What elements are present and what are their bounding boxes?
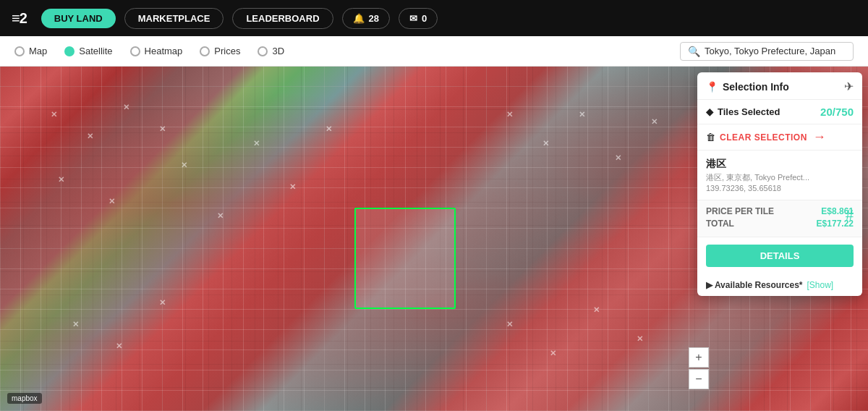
map-option-prices[interactable]: Prices — [200, 46, 240, 56]
panel-title-label: Selection Info — [723, 81, 789, 93]
xmark: ✕ — [109, 197, 115, 206]
map-option-map-label: Map — [29, 46, 47, 56]
xmark: ✕ — [72, 320, 79, 329]
marketplace-button[interactable]: MARKETPLACE — [124, 8, 224, 29]
search-icon: 🔍 — [688, 46, 700, 57]
location-name: 港区 — [706, 158, 854, 171]
resources-label: ▶ Available Resources* — [706, 280, 803, 290]
messages-button[interactable]: ✉ 0 — [399, 8, 438, 29]
tiles-selected-label: ◆ Tiles Selected — [706, 106, 780, 117]
xmark: ✕ — [58, 175, 64, 185]
layers-icon: ◆ — [706, 106, 713, 117]
xmark: ✕ — [593, 305, 600, 315]
radio-map — [14, 46, 25, 56]
clear-selection-row[interactable]: 🗑 CLEAR SELECTION → — [697, 124, 862, 151]
total-label: TOTAL — [706, 219, 734, 229]
xmark: ✕ — [51, 110, 57, 119]
total-row: TOTAL E$177.22 — [706, 219, 854, 229]
map-option-3d[interactable]: 3D — [258, 46, 284, 56]
zoom-in-button[interactable]: + — [689, 347, 709, 368]
map-controls: + − — [689, 347, 709, 389]
xmark: ✕ — [579, 110, 585, 119]
close-icon[interactable]: ✈ — [844, 80, 854, 93]
tiles-selected-text: Tiles Selected — [718, 106, 780, 117]
tiles-count-value: 20/750 — [820, 106, 854, 118]
price-per-tile-label: PRICE PER TILE — [706, 206, 774, 216]
xmark: ✕ — [289, 182, 296, 192]
xmark: ✕ — [506, 110, 513, 119]
search-box[interactable]: 🔍 Tokyo, Tokyo Prefecture, Japan — [680, 42, 854, 61]
map-option-heatmap-label: Heatmap — [145, 46, 183, 56]
location-card: 港区 港区, 東京都, Tokyo Prefect... 139.73236, … — [697, 151, 862, 200]
map-option-heatmap[interactable]: Heatmap — [130, 46, 183, 56]
xmark: ✕ — [217, 211, 224, 221]
leaderboard-button[interactable]: LEADERBOARD — [232, 8, 333, 29]
map-toolbar: Map Satellite Heatmap Prices 3D 🔍 Tokyo,… — [0, 36, 868, 67]
bell-icon: 🔔 — [353, 13, 365, 24]
xmark: ✕ — [253, 139, 260, 148]
xmark: ✕ — [87, 132, 93, 141]
panel-title: 📍 Selection Info — [706, 81, 789, 93]
app-logo: ≡2 — [12, 10, 27, 27]
selection-panel: 📍 Selection Info ✈ ◆ Tiles Selected 20/7… — [697, 72, 862, 296]
xmark: ✕ — [615, 153, 621, 163]
clear-selection-label: CLEAR SELECTION — [720, 132, 807, 143]
map-option-map[interactable]: Map — [14, 46, 47, 56]
xmark: ✕ — [159, 298, 166, 308]
arrow-right-icon: → — [813, 130, 826, 145]
xmark: ✕ — [181, 161, 187, 170]
map-area[interactable]: ✕ ✕ ✕ ✕ ✕ ✕ ✕ ✕ ✕ ✕ ✕ ✕ ✕ ✕ ✕ ✕ ✕ ✕ ✕ ✕ … — [0, 67, 868, 411]
xmark: ✕ — [651, 117, 658, 127]
trash-icon: 🗑 — [706, 132, 715, 143]
mapbox-logo: mapbox — [7, 393, 42, 404]
message-count: 0 — [422, 13, 427, 24]
map-option-3d-label: 3D — [272, 46, 284, 56]
radio-heatmap — [130, 46, 140, 56]
details-button[interactable]: DETAILS — [706, 245, 854, 267]
xmark: ✕ — [123, 103, 129, 112]
xmark: ✕ — [159, 124, 166, 134]
location-sub: 港区, 東京都, Tokyo Prefect... — [706, 172, 854, 183]
xmark: ✕ — [326, 124, 332, 134]
xmark: ✕ — [116, 342, 122, 351]
buy-land-button[interactable]: BUY LAND — [41, 9, 116, 28]
notification-count: 28 — [369, 13, 379, 24]
map-option-satellite[interactable]: Satellite — [64, 46, 112, 56]
notifications-button[interactable]: 🔔 28 — [342, 8, 390, 29]
selection-rectangle — [354, 208, 456, 309]
xmark: ✕ — [550, 349, 556, 358]
price-per-tile-row: PRICE PER TILE E$8.861 — [706, 206, 854, 216]
radio-3d — [258, 46, 268, 56]
tiles-selected-row: ◆ Tiles Selected 20/750 — [697, 100, 862, 124]
search-value: Tokyo, Tokyo Prefecture, Japan — [705, 46, 835, 56]
resources-show-link[interactable]: [Show] — [807, 280, 834, 290]
zoom-out-button[interactable]: − — [689, 369, 709, 389]
location-coords: 139.73236, 35.65618 — [706, 184, 854, 192]
map-option-satellite-label: Satellite — [79, 46, 112, 56]
xmark: ✕ — [637, 334, 643, 344]
top-navigation: ≡2 BUY LAND MARKETPLACE LEADERBOARD 🔔 28… — [0, 0, 868, 36]
radio-satellite — [64, 46, 75, 56]
xmark: ✕ — [542, 139, 549, 148]
xmark: ✕ — [506, 320, 513, 329]
map-option-prices-label: Prices — [214, 46, 240, 56]
hash-icon: # — [846, 207, 854, 224]
radio-prices — [200, 46, 210, 56]
resources-row[interactable]: ▶ Available Resources* [Show] — [697, 274, 862, 296]
pin-icon: 📍 — [706, 81, 718, 93]
mail-icon: ✉ — [409, 13, 417, 24]
price-section: PRICE PER TILE E$8.861 TOTAL E$177.22 — [697, 200, 862, 237]
panel-header: 📍 Selection Info ✈ — [697, 72, 862, 100]
